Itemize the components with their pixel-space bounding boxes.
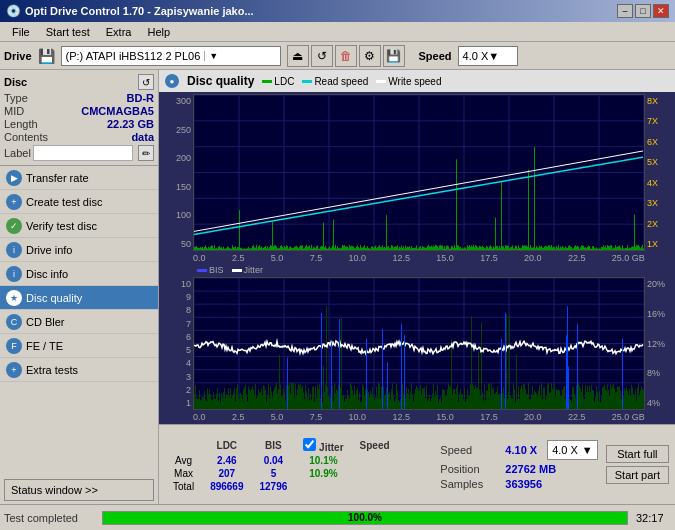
bot-y-4: 4	[161, 358, 193, 368]
sidebar-item-label: Disc quality	[26, 292, 82, 304]
legend-jitter-color	[232, 269, 242, 272]
sidebar-item-label: FE / TE	[26, 340, 63, 352]
status-text: Test completed	[4, 512, 94, 524]
legend-read-speed-color	[302, 80, 312, 83]
bot-right-4: 4%	[645, 398, 673, 408]
drive-erase-btn[interactable]: 🗑	[335, 45, 357, 67]
sidebar-item-cd-bler[interactable]: C CD Bler	[0, 310, 158, 334]
speed-dropdown-value: 4.0 X	[552, 444, 578, 456]
stats-max-row: Max 207 5 10.9%	[165, 467, 414, 480]
avg-jitter: 10.1%	[295, 454, 351, 467]
top-right-1x: 1X	[645, 239, 673, 249]
main-content: Disc ↺ Type BD-R MID CMCMAGBA5 Length 22…	[0, 70, 675, 504]
sidebar-item-fe-te[interactable]: F FE / TE	[0, 334, 158, 358]
top-y-300: 300	[161, 96, 193, 106]
drive-refresh-btn[interactable]: ↺	[311, 45, 333, 67]
disc-mid-label: MID	[4, 105, 24, 117]
chart-header: ● Disc quality LDC Read speed Write spee…	[159, 70, 675, 92]
sidebar-item-verify-test-disc[interactable]: ✓ Verify test disc	[0, 214, 158, 238]
sidebar-item-extra-tests[interactable]: + Extra tests	[0, 358, 158, 382]
start-full-btn[interactable]: Start full	[606, 445, 669, 463]
title-bar-buttons: – □ ✕	[617, 4, 669, 18]
menu-file[interactable]: File	[4, 24, 38, 40]
cd-bler-icon: C	[6, 314, 22, 330]
sidebar-item-disc-quality[interactable]: ★ Disc quality	[0, 286, 158, 310]
drive-icons: ⏏ ↺ 🗑 ⚙ 💾	[287, 45, 405, 67]
legend-bis-color	[197, 269, 207, 272]
disc-mid-value: CMCMAGBA5	[81, 105, 154, 117]
top-right-6x: 6X	[645, 137, 673, 147]
top-x-10: 10.0	[349, 253, 367, 263]
top-y-200: 200	[161, 153, 193, 163]
position-label: Position	[440, 463, 495, 475]
close-button[interactable]: ✕	[653, 4, 669, 18]
title-bar-title: 💿 Opti Drive Control 1.70 - Zapisywanie …	[6, 4, 254, 18]
bot-x-15: 15.0	[436, 412, 454, 422]
sidebar-item-transfer-rate[interactable]: ▶ Transfer rate	[0, 166, 158, 190]
drive-save-btn[interactable]: 💾	[383, 45, 405, 67]
legend-ldc-color	[262, 80, 272, 83]
sidebar-item-disc-info[interactable]: i Disc info	[0, 262, 158, 286]
create-test-disc-icon: +	[6, 194, 22, 210]
max-ldc: 207	[202, 467, 251, 480]
disc-refresh-btn[interactable]: ↺	[138, 74, 154, 90]
drive-eject-btn[interactable]: ⏏	[287, 45, 309, 67]
fe-te-icon: F	[6, 338, 22, 354]
max-jitter: 10.9%	[295, 467, 351, 480]
speed-stat-value: 4.10 X	[505, 444, 537, 456]
top-x-0: 0.0	[193, 253, 206, 263]
samples-value: 363956	[505, 478, 542, 490]
bot-y-1: 1	[161, 398, 193, 408]
top-right-8x: 8X	[645, 96, 673, 106]
top-x-22_5: 22.5	[568, 253, 586, 263]
legend-write-speed: Write speed	[376, 76, 441, 87]
top-right-4x: 4X	[645, 178, 673, 188]
top-x-15: 15.0	[436, 253, 454, 263]
drive-select[interactable]: (P:) ATAPI iHBS112 2 PL06 ▼	[61, 46, 281, 66]
top-right-3x: 3X	[645, 198, 673, 208]
bot-right-12: 12%	[645, 339, 673, 349]
col-speed-h: Speed	[352, 437, 398, 454]
drive-label: Drive	[4, 50, 32, 62]
disc-label-edit-btn[interactable]: ✏	[138, 145, 154, 161]
disc-type-value: BD-R	[127, 92, 155, 104]
bot-x-25: 25.0 GB	[612, 412, 645, 422]
bot-y-5: 5	[161, 345, 193, 355]
bottom-bar: Test completed 100.0% 32:17	[0, 504, 675, 530]
speed-dropdown[interactable]: 4.0 X ▼	[547, 440, 598, 460]
disc-length-label: Length	[4, 118, 38, 130]
disc-label-input[interactable]	[33, 145, 133, 161]
drive-settings-btn[interactable]: ⚙	[359, 45, 381, 67]
sidebar-item-label: Transfer rate	[26, 172, 89, 184]
legend-jitter: Jitter	[232, 265, 264, 275]
stats-avg-row: Avg 2.46 0.04 10.1%	[165, 454, 414, 467]
bot-right-20: 20%	[645, 279, 673, 289]
legend-ldc: LDC	[262, 76, 294, 87]
avg-ldc: 2.46	[202, 454, 251, 467]
menu-extra[interactable]: Extra	[98, 24, 140, 40]
disc-title: Disc	[4, 76, 27, 88]
window-title: Opti Drive Control 1.70 - Zapisywanie ja…	[25, 5, 254, 17]
jitter-checkbox[interactable]	[303, 438, 316, 451]
menu-bar: File Start test Extra Help	[0, 22, 675, 42]
speed-select[interactable]: 4.0 X ▼	[458, 46, 518, 66]
status-window-btn[interactable]: Status window >>	[4, 479, 154, 501]
menu-help[interactable]: Help	[139, 24, 178, 40]
sidebar-item-drive-info[interactable]: i Drive info	[0, 238, 158, 262]
maximize-button[interactable]: □	[635, 4, 651, 18]
disc-section: Disc ↺ Type BD-R MID CMCMAGBA5 Length 22…	[0, 70, 158, 166]
bot-y-6: 6	[161, 332, 193, 342]
speed-label: Speed	[419, 50, 452, 62]
bot-x-20: 20.0	[524, 412, 542, 422]
top-y-150: 150	[161, 182, 193, 192]
speed-value: 4.0 X	[463, 50, 489, 62]
disc-label-label: Label	[4, 147, 31, 159]
col-bis: BIS	[252, 437, 296, 454]
menu-start-test[interactable]: Start test	[38, 24, 98, 40]
bot-right-16: 16%	[645, 309, 673, 319]
speed-row: Speed 4.10 X 4.0 X ▼	[440, 440, 597, 460]
minimize-button[interactable]: –	[617, 4, 633, 18]
sidebar-item-create-test-disc[interactable]: + Create test disc	[0, 190, 158, 214]
bottom-chart	[193, 277, 645, 410]
start-part-btn[interactable]: Start part	[606, 466, 669, 484]
